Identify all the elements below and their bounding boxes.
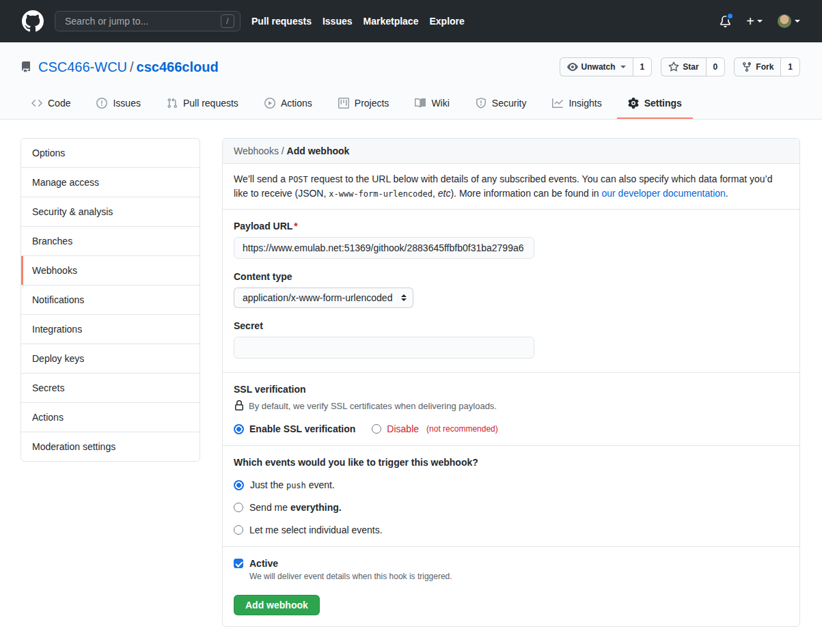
sidebar-item-actions[interactable]: Actions [21,403,200,432]
nav-explore[interactable]: Explore [429,16,464,27]
search-box[interactable]: / [55,11,241,31]
search-input[interactable] [64,15,221,27]
watch-count[interactable]: 1 [633,57,653,76]
push-code: push [286,481,306,490]
caret-down-icon [795,20,800,23]
tab-insights[interactable]: Insights [541,90,612,119]
user-menu[interactable] [778,14,800,28]
unread-notification-dot [726,12,734,20]
content-type-value: application/x-www-form-urlencoded [243,292,392,303]
book-icon [415,98,426,109]
enable-ssl-radio[interactable] [234,424,244,434]
header-right: + [720,14,800,28]
sidebar-item-deploy-keys[interactable]: Deploy keys [21,344,200,374]
repo-tabs: Code Issues Pull requests Actions Projec… [0,90,822,119]
eye-icon [567,61,578,72]
disable-ssl-option[interactable]: Disable (not recommended) [372,423,497,434]
breadcrumb: Webhooks / Add webhook [223,139,799,164]
description-text: ). More information can be found in [450,188,601,199]
unwatch-button[interactable]: Unwatch [560,57,633,76]
tab-settings[interactable]: Settings [617,90,693,119]
enable-ssl-label: Enable SSL verification [249,423,355,434]
gear-icon [628,98,639,109]
nav-marketplace[interactable]: Marketplace [364,16,419,27]
sidebar-item-secrets[interactable]: Secrets [21,374,200,403]
sidebar-item-notifications[interactable]: Notifications [21,285,200,315]
fork-count[interactable]: 1 [781,57,800,76]
sidebar-item-moderation-settings[interactable]: Moderation settings [21,432,200,461]
tab-projects[interactable]: Projects [327,90,400,119]
code-icon [31,98,42,109]
star-button[interactable]: Star [661,57,706,76]
fork-button[interactable]: Fork [734,57,781,76]
not-recommended-note: (not recommended) [426,424,498,434]
avatar [778,14,791,28]
payload-url-label: Payload URL* [234,221,789,232]
sidebar-item-integrations[interactable]: Integrations [21,315,200,344]
breadcrumb-webhooks-link[interactable]: Webhooks [234,145,279,156]
git-pull-request-icon [167,98,178,109]
add-webhook-button[interactable]: Add webhook [234,595,320,615]
disable-ssl-label: Disable [387,423,419,434]
active-label: Active [249,558,278,569]
tab-actions[interactable]: Actions [254,90,323,119]
repo-social-actions: Unwatch 1 Star 0 Fork 1 [560,57,800,76]
tab-wiki[interactable]: Wiki [404,90,460,119]
individual-events-radio[interactable] [234,525,243,535]
push-event-label: Just the push event. [250,479,335,490]
tab-code[interactable]: Code [20,90,81,119]
content-type-select[interactable]: application/x-www-form-urlencoded [234,288,413,308]
issue-opened-icon [96,98,107,109]
enable-ssl-option[interactable]: Enable SSL verification [234,423,355,434]
secret-input[interactable] [234,337,534,359]
select-updown-icon [401,294,407,301]
create-new-menu[interactable]: + [746,14,763,28]
sidebar-item-security-analysis[interactable]: Security & analysis [21,197,200,227]
star-count[interactable]: 0 [707,57,726,76]
star-icon [668,61,679,72]
tab-pull-requests[interactable]: Pull requests [156,90,249,119]
everything-radio[interactable] [234,503,243,512]
repo-name-link[interactable]: csc466cloud [137,59,219,74]
etc-text: etc [438,188,451,199]
webhook-form-fields: Payload URL* Content type application/x-… [223,210,799,372]
breadcrumb-separator: / [279,145,287,156]
urlencoded-code: x-www-form-urlencoded [329,189,433,199]
active-option[interactable]: Active [234,558,789,569]
active-checkbox[interactable] [234,559,243,568]
disable-ssl-radio[interactable] [372,424,381,434]
sidebar-item-webhooks[interactable]: Webhooks [21,256,200,285]
event-option-push[interactable]: Just the push event. [234,479,789,490]
everything-label: Send me everything. [249,502,342,513]
fork-icon [741,61,752,72]
repo-icon [20,61,31,72]
events-section: Which events would you like to trigger t… [223,445,799,546]
notifications-bell-icon[interactable] [720,16,731,27]
required-asterisk: * [294,221,297,232]
event-option-individual[interactable]: Let me select individual events. [234,524,789,535]
repo-header-strip: CSC466-WCU/csc466cloud Unwatch 1 Star 0 [0,42,822,120]
tab-security[interactable]: Security [465,90,538,119]
active-note: We will deliver event details when this … [249,572,789,581]
watch-group: Unwatch 1 [560,57,653,76]
payload-url-input[interactable] [234,237,534,259]
active-section: Active We will deliver event details whe… [223,546,799,626]
event-option-everything[interactable]: Send me everything. [234,502,789,513]
push-event-radio[interactable] [234,480,244,490]
repo-owner-link[interactable]: CSC466-WCU [38,59,127,74]
caret-down-icon [757,20,763,23]
sidebar-item-branches[interactable]: Branches [21,227,200,256]
nav-issues[interactable]: Issues [323,16,353,27]
content-type-label: Content type [234,271,789,282]
repo-separator: / [130,59,134,74]
sidebar-item-manage-access[interactable]: Manage access [21,168,200,197]
webhook-description: We’ll send a POST request to the URL bel… [223,164,799,210]
secret-label: Secret [234,320,789,331]
tab-issues[interactable]: Issues [85,90,151,119]
developer-documentation-link[interactable]: our developer documentation [601,188,725,199]
graph-icon [552,98,563,109]
github-logo-icon[interactable] [22,10,44,32]
sidebar-item-options[interactable]: Options [21,139,200,168]
fork-group: Fork 1 [734,57,800,76]
nav-pull-requests[interactable]: Pull requests [251,16,312,27]
